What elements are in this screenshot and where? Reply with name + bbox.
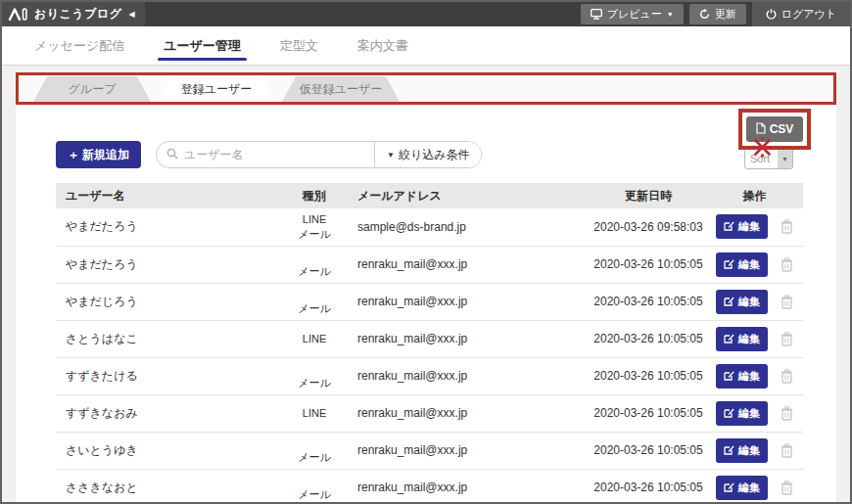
col-email: メールアドレス [348, 183, 591, 208]
cell-username: やまだたろう [56, 246, 281, 283]
refresh-button[interactable]: 更新 [689, 4, 746, 24]
cell-email: renraku_mail@xxx.jp [348, 394, 591, 432]
table-row: すずきなおみLINErenraku_mail@xxx.jp2020-03-26 … [56, 394, 803, 432]
cell-type: メール [281, 283, 348, 320]
edit-pencil-icon [724, 258, 734, 271]
cell-updated: 2020-03-26 10:05:05 [591, 320, 706, 357]
delete-trash-icon[interactable] [781, 295, 793, 309]
delete-trash-icon[interactable] [781, 332, 793, 346]
delete-trash-icon[interactable] [781, 481, 793, 495]
cell-type: メール [281, 469, 348, 504]
cell-username: すずきなおみ [56, 394, 281, 432]
edit-button[interactable]: 編集 [716, 364, 768, 389]
edit-pencil-icon [724, 407, 734, 420]
edit-button[interactable]: 編集 [716, 214, 768, 239]
search-icon [166, 146, 178, 163]
nav-item-3[interactable]: 案内文書 [352, 26, 414, 65]
chevron-down-icon: ▼ [778, 149, 792, 168]
cell-actions: 編集 [706, 357, 803, 394]
edit-button[interactable]: 編集 [716, 327, 768, 351]
preview-button[interactable]: プレビュー ▼ [581, 4, 684, 24]
sub-tab-1[interactable]: 登録ユーザー [158, 76, 275, 102]
table-row: ささきなおと メールrenraku_mail@xxx.jp2020-03-26 … [56, 469, 803, 504]
cell-type: メール [281, 432, 348, 469]
plus-icon: ＋ [68, 147, 79, 163]
delete-trash-icon[interactable] [781, 257, 793, 272]
table-row: さいとうゆき メールrenraku_mail@xxx.jp2020-03-26 … [56, 432, 803, 469]
cell-type: メール [281, 246, 348, 283]
cell-email: renraku_mail@xxx.jp [348, 246, 591, 283]
table-row: やまだたろうLINEメールsample@ds-brand.jp2020-03-2… [56, 208, 803, 246]
edit-pencil-icon [724, 333, 734, 345]
table-row: さとうはなこLINErenraku_mail@xxx.jp2020-03-26 … [56, 320, 803, 357]
cell-username: やまだたろう [56, 208, 281, 246]
cell-updated: 2020-03-26 10:05:05 [591, 246, 706, 283]
edit-pencil-icon [724, 296, 734, 308]
cell-updated: 2020-03-26 10:05:05 [591, 357, 706, 394]
col-type: 種別 [281, 183, 348, 208]
cell-updated: 2020-03-26 10:05:05 [591, 283, 706, 320]
sub-tab-2[interactable]: 仮登録ユーザー [282, 76, 400, 102]
table-header: ユーザー名 種別 メールアドレス 更新日時 操作 [56, 183, 803, 208]
brand-logo-icon [8, 7, 29, 22]
cell-actions: 編集 [706, 208, 803, 246]
content-panel: CSV Sort ▼ ＋ 新規追加 [16, 105, 836, 504]
search-group: ▼ 絞り込み条件 [156, 141, 482, 168]
cell-type: LINE [281, 320, 348, 357]
delete-trash-icon[interactable] [781, 369, 793, 384]
delete-trash-icon[interactable] [781, 219, 793, 234]
edit-button[interactable]: 編集 [716, 290, 768, 314]
logout-button[interactable]: ログアウト [752, 2, 850, 26]
cell-actions: 編集 [706, 283, 803, 320]
edit-button[interactable]: 編集 [716, 476, 768, 500]
cell-actions: 編集 [706, 469, 803, 504]
nav-item-1[interactable]: ユーザー管理 [158, 26, 247, 65]
cell-username: やまだじろう [56, 283, 281, 320]
sub-tab-0[interactable]: グループ [33, 76, 151, 102]
delete-trash-icon[interactable] [781, 443, 793, 458]
cell-username: ささきなおと [56, 469, 281, 504]
file-icon [756, 122, 766, 137]
app-window: おりこうブログ ◀ プレビュー ▼ 更新 ログアウト [0, 0, 852, 504]
list-toolbar: ＋ 新規追加 ▼ 絞り込み条件 [56, 105, 799, 168]
cell-email: renraku_mail@xxx.jp [348, 283, 591, 320]
chevron-down-icon: ▼ [387, 151, 395, 160]
refresh-icon [699, 9, 710, 20]
collapse-triangle-icon[interactable]: ◀ [128, 10, 134, 19]
cell-actions: 編集 [706, 432, 803, 469]
cell-email: renraku_mail@xxx.jp [348, 357, 591, 394]
top-bar: おりこうブログ ◀ プレビュー ▼ 更新 ログアウト [2, 2, 850, 26]
edit-button[interactable]: 編集 [716, 438, 768, 463]
csv-button-highlight: CSV [738, 109, 811, 150]
cell-type: メール [281, 357, 348, 394]
add-user-button[interactable]: ＋ 新規追加 [56, 141, 141, 168]
cell-email: sample@ds-brand.jp [348, 208, 591, 246]
edit-pencil-icon [724, 220, 734, 233]
nav-item-0[interactable]: メッセージ配信 [28, 26, 130, 65]
search-box [157, 142, 374, 167]
cell-type: LINEメール [281, 208, 348, 246]
nav-item-2[interactable]: 定型文 [274, 26, 324, 65]
cell-updated: 2020-03-26 09:58:03 [591, 208, 706, 246]
edit-button[interactable]: 編集 [716, 252, 768, 277]
cell-username: さとうはなこ [56, 320, 281, 357]
delete-trash-icon[interactable] [781, 406, 793, 421]
col-updated: 更新日時 [591, 183, 706, 208]
cell-email: renraku_mail@xxx.jp [348, 320, 591, 357]
edit-pencil-icon [724, 481, 734, 494]
app-title: おりこうブログ [34, 6, 121, 23]
power-icon [766, 9, 777, 20]
cell-updated: 2020-03-26 10:05:05 [591, 432, 706, 469]
table-row: やまだたろう メールrenraku_mail@xxx.jp2020-03-26 … [56, 246, 803, 283]
col-username: ユーザー名 [56, 183, 281, 208]
user-table: ユーザー名 種別 メールアドレス 更新日時 操作 やまだたろうLINEメールsa… [56, 183, 803, 504]
username-search-input[interactable] [184, 148, 374, 161]
cell-username: さいとうゆき [56, 432, 281, 469]
edit-button[interactable]: 編集 [716, 401, 768, 426]
edit-pencil-icon [724, 444, 734, 457]
monitor-icon [591, 9, 602, 20]
app-logo[interactable]: おりこうブログ ◀ [2, 2, 145, 26]
filter-conditions-button[interactable]: ▼ 絞り込み条件 [374, 142, 481, 167]
table-row: すずきたける メールrenraku_mail@xxx.jp2020-03-26 … [56, 357, 803, 394]
cell-username: すずきたける [56, 357, 281, 394]
